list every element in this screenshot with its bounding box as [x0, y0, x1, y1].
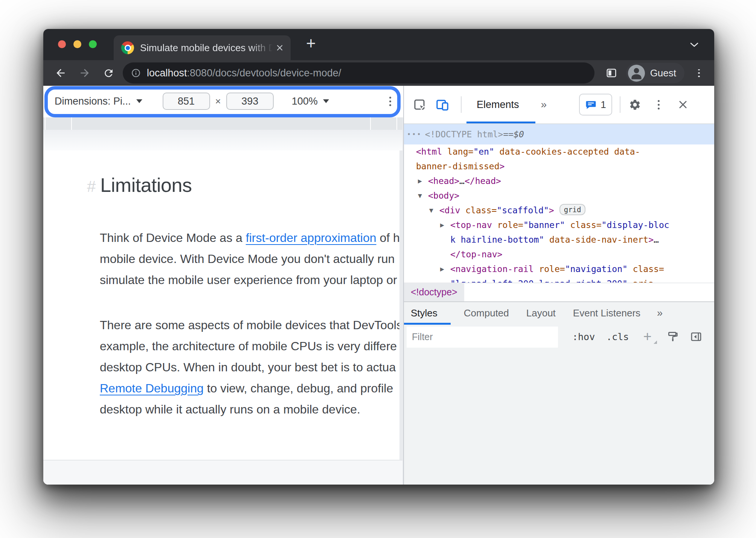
dom-tree-line[interactable]: "lg:pad-left-200 lg:pad-right-200" aria- [404, 277, 714, 283]
chevron-down-icon[interactable] [689, 42, 699, 48]
grid-badge[interactable]: grid [559, 204, 586, 215]
new-tab-button[interactable]: + [306, 35, 316, 52]
url-text: localhost:8080/docs/devtools/device-mode… [147, 67, 341, 79]
zoom-caret-icon[interactable] [323, 99, 329, 103]
inspect-icon[interactable] [413, 98, 426, 111]
expand-arrow-icon[interactable]: ▶ [418, 174, 422, 188]
side-panel-icon[interactable] [606, 67, 617, 79]
address-bar[interactable]: localhost:8080/docs/devtools/device-mode… [123, 62, 594, 84]
active-tab-underline [466, 122, 535, 123]
toolbar-separator [620, 96, 620, 113]
toggle-sidebar-icon[interactable] [690, 331, 702, 343]
screenshot-stage: Simulate mobile devices with D + [0, 0, 756, 538]
tab-layout[interactable]: Layout [526, 307, 556, 319]
tab-close-icon[interactable] [276, 44, 284, 52]
tab-elements[interactable]: Elements [477, 99, 519, 111]
expand-arrow-icon[interactable]: ▼ [429, 203, 433, 218]
chrome-favicon-icon [121, 41, 134, 54]
breadcrumb-item[interactable]: <!doctype> [404, 283, 464, 301]
toggle-hover-button[interactable]: :hov [572, 327, 595, 348]
content-row: # Limitations Think of Device Mode as a … [43, 86, 714, 485]
dom-tree-line[interactable]: ▶<head>…</head> [404, 174, 714, 188]
zoom-window-button[interactable] [89, 40, 97, 48]
dimensions-caret-icon[interactable] [136, 99, 142, 103]
device-ruler [43, 117, 402, 130]
dom-tree-lines: <html lang="en" data-cookies-accepted da… [404, 144, 714, 283]
dom-tree-line[interactable]: ▼<div class="scaffold">grid [404, 203, 714, 218]
close-icon[interactable] [678, 99, 688, 110]
heading-anchor-hash[interactable]: # [87, 178, 96, 196]
console-messages-badge[interactable]: 1 [579, 94, 612, 116]
device-toolbar: Dimensions: Pi... × 100% [49, 90, 396, 112]
page-title: Limitations [100, 174, 192, 196]
more-sidebar-tabs-chevron[interactable]: » [657, 307, 663, 319]
tab-styles[interactable]: Styles [411, 307, 437, 319]
tab-title: Simulate mobile devices with D [140, 42, 274, 54]
canvas-below-page [43, 460, 402, 485]
filter-input[interactable] [407, 327, 558, 348]
dom-tree-line[interactable]: k hairline-bottom" data-side-nav-inert>… [404, 233, 714, 247]
browser-tab[interactable]: Simulate mobile devices with D [114, 35, 291, 60]
browser-window: Simulate mobile devices with D + [43, 29, 714, 485]
more-panels-chevron[interactable]: » [541, 99, 547, 111]
gear-icon[interactable] [629, 99, 641, 111]
dom-tree-line[interactable]: </top-nav> [404, 247, 714, 262]
avatar [628, 65, 645, 82]
paragraph-line: There are some aspects of mobile devices… [100, 315, 399, 336]
dom-tree: •••<!DOCTYPE html> == $0 <html lang="en"… [404, 124, 714, 283]
text-link[interactable]: first-order approximation [246, 231, 376, 245]
paragraph-line: Think of Device Mode as a first-order ap… [100, 227, 399, 248]
console-count: 1 [601, 99, 606, 111]
active-sidebar-tab-underline [404, 323, 451, 325]
devtools-menu-icon[interactable] [658, 100, 660, 109]
dom-tree-line[interactable]: ▶<navigation-rail role="navigation" clas… [404, 262, 714, 277]
viewport-pane: # Limitations Think of Device Mode as a … [43, 86, 404, 485]
sidebar-tabs: Styles Computed Layout Event Listeners » [404, 301, 714, 325]
web-page: # Limitations Think of Device Mode as a … [44, 150, 399, 460]
expand-arrow-icon[interactable]: ▶ [440, 218, 444, 233]
console-bubble-icon [585, 99, 597, 111]
profile-label: Guest [650, 67, 676, 79]
reload-icon[interactable] [103, 67, 114, 79]
browser-menu-icon[interactable] [695, 69, 703, 77]
page-heading-row: # Limitations [87, 174, 192, 196]
styles-filter-bar: :hov .cls + [404, 325, 714, 485]
paragraph-line: example, the architecture of mobile CPUs… [100, 336, 399, 357]
text-link[interactable]: Remote Debugging [100, 381, 204, 395]
paragraph-line: desktop CPUs. When in doubt, your best b… [100, 357, 399, 378]
paint-roller-icon[interactable] [667, 331, 679, 343]
forward-icon[interactable] [79, 67, 91, 79]
paragraph-line: simulate the mobile user experience from… [100, 269, 399, 290]
paragraph-line: desktop while it actually runs on a mobi… [100, 399, 399, 420]
device-toolbar-menu-icon[interactable] [389, 97, 391, 106]
canvas-gradient [43, 130, 402, 150]
zoom-dropdown[interactable]: 100% [292, 96, 318, 107]
device-height-input[interactable] [226, 93, 274, 110]
dom-tree-line[interactable]: banner-dismissed> [404, 159, 714, 174]
title-bar: Simulate mobile devices with D + [43, 29, 714, 60]
minimize-window-button[interactable] [73, 40, 81, 48]
new-style-rule-button[interactable]: + [643, 327, 651, 346]
url-host: localhost [147, 67, 187, 79]
paragraph-2: There are some aspects of mobile devices… [100, 315, 399, 420]
tab-computed[interactable]: Computed [464, 307, 509, 319]
dimensions-separator: × [215, 96, 221, 107]
expand-arrow-icon[interactable]: ▶ [440, 262, 444, 277]
info-icon[interactable] [131, 68, 141, 78]
dom-doctype-row[interactable]: •••<!DOCTYPE html> == $0 [404, 124, 714, 144]
paragraph-line: mobile device. With Device Mode you don'… [100, 248, 399, 269]
dom-tree-line[interactable]: ▼<body> [404, 188, 714, 203]
expand-arrow-icon[interactable]: ▼ [418, 188, 422, 203]
breadcrumb: <!doctype> [404, 283, 714, 301]
back-icon[interactable] [55, 67, 67, 79]
close-window-button[interactable] [58, 40, 66, 48]
profile-chip[interactable]: Guest [626, 63, 684, 83]
dom-tree-line[interactable]: <html lang="en" data-cookies-accepted da… [404, 144, 714, 159]
traffic-lights [58, 40, 97, 48]
dom-tree-line[interactable]: ▶<top-nav role="banner" class="display-b… [404, 218, 714, 233]
device-toolbar-toggle-icon[interactable] [436, 98, 449, 111]
tab-event-listeners[interactable]: Event Listeners [573, 307, 640, 319]
device-width-input[interactable] [163, 93, 210, 110]
dimensions-dropdown[interactable]: Dimensions: Pi... [55, 96, 131, 107]
toggle-class-button[interactable]: .cls [606, 327, 629, 348]
